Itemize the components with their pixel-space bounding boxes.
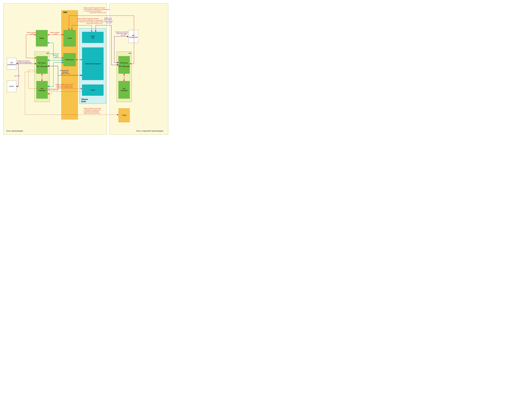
svg-text:Трафик для звонков: Трафик для звонков (115, 31, 128, 33)
zone-sip-local-label: SIP (46, 52, 49, 54)
svg-text:SIP: SIP (132, 34, 135, 36)
svg-text:Трафик для: Трафик для (104, 17, 112, 19)
svg-text:от сторонних SIP устройств: от сторонних SIP устройств (84, 10, 101, 12)
svg-text:в собственные гибридные конфер: в собственные гибридные конференции (77, 19, 103, 21)
svg-text:Медиа трафик для звонков: Медиа трафик для звонков (84, 108, 101, 109)
node-dion-backend-label: DION Cloud Backend (85, 63, 100, 65)
zone-cloud-label: Облако (81, 98, 88, 100)
svg-text:Translator: Translator (38, 90, 46, 91)
svg-text:DION: DION (91, 35, 95, 37)
svg-text:SIP: SIP (92, 37, 94, 39)
svg-text:TURN UDP 3478/TCP 443: TURN UDP 3478/TCP 443 (56, 87, 73, 88)
svg-text:gRPC: gRPC (55, 56, 59, 58)
zone-org-label: Сеть организации (6, 130, 23, 132)
svg-text:SIP RTP: SIP RTP (106, 22, 112, 24)
svg-text:+: + (124, 64, 125, 66)
svg-text:в облачные конференции: в облачные конференции (56, 85, 73, 87)
svg-text:gRPC HTTPS: gRPC HTTPS (61, 73, 70, 75)
zone-sip-ext-label: SIP (129, 52, 131, 54)
svg-text:TURN UDP 3478/TCP 443: TURN UDP 3478/TCP 443 (89, 12, 106, 14)
svg-text:SIP Server: SIP Server (38, 62, 46, 64)
svg-text:через облако: через облако (104, 21, 113, 22)
svg-text:SIP: SIP (10, 62, 13, 64)
svg-text:Управляющие: Управляющие (50, 53, 59, 55)
svg-text:через SIP гибрид: через SIP гибрид (116, 33, 128, 34)
svg-text:+: + (42, 64, 42, 66)
node-upats-label: УпАТС (9, 85, 14, 87)
node-turn-ext-label: TURN (122, 114, 126, 116)
svg-text:SIP: SIP (123, 88, 125, 90)
svg-text:Управляющие: Управляющие (60, 70, 69, 71)
node-turn-dmz-label: TURN (67, 37, 72, 39)
node-turn-cloud-label: TURN (91, 89, 95, 91)
svg-text:устройство: устройство (8, 64, 16, 66)
svg-text:Медиа трафик для звонков: Медиа трафик для звонков (55, 83, 73, 85)
architecture-diagram: Сеть организации DMZ Сеть сторонней орга… (0, 0, 172, 139)
svg-text:TURN UDP 3478/TCP 443: TURN UDP 3478/TCP 443 (86, 22, 102, 24)
zone-cloud-label2: DION (81, 101, 86, 103)
svg-text:Translator: Translator (121, 90, 128, 91)
svg-text:команды: команды (53, 55, 58, 56)
svg-text:в собственные гибридные конфер: в собственные гибридные конференции (84, 9, 110, 10)
svg-text:SIP RTP: SIP RTP (121, 34, 126, 36)
svg-text:команды: команды (62, 71, 68, 73)
svg-text:в любые конференции: в любые конференции (17, 62, 31, 63)
zone-ext-label: Сеть сторонней организации (136, 130, 163, 132)
node-media-label: Media (39, 37, 44, 39)
svg-text:TURN UDP 3478/TCP 443: TURN UDP 3478/TCP 443 (84, 112, 100, 114)
svg-text:SIP Transcoder: SIP Transcoder (36, 66, 48, 67)
svg-text:SRTP: SRTP (54, 33, 58, 35)
svg-text:SRTP: SRTP (31, 33, 34, 35)
svg-text:Медиа трафик входящих звонков: Медиа трафик входящих звонков (77, 18, 99, 19)
svg-text:Медиа трафик: Медиа трафик (27, 32, 36, 33)
zone-dmz-label: DMZ (63, 11, 67, 13)
svg-text:Трафик для звонков: Трафик для звонков (17, 60, 30, 62)
svg-text:SIP Transcoder: SIP Transcoder (119, 66, 130, 67)
node-dion-proxy-label: DION proxy (65, 59, 74, 61)
svg-text:сторонних организаций: сторонних организаций (84, 111, 99, 112)
svg-text:Медиа трафик входящих звонков: Медиа трафик входящих звонков (84, 7, 105, 9)
svg-text:Медиа трафик: Медиа трафик (50, 32, 60, 33)
svg-text:SIP звонков: SIP звонков (104, 19, 112, 21)
svg-text:SIP Server: SIP Server (120, 62, 128, 64)
svg-text:от сторонних SIP устройств чер: от сторонних SIP устройств через облако (77, 21, 104, 22)
svg-text:SIP RTP: SIP RTP (15, 75, 20, 77)
svg-text:в гибридные конференции: в гибридные конференции (84, 109, 101, 111)
svg-text:устройство: устройство (129, 36, 138, 38)
